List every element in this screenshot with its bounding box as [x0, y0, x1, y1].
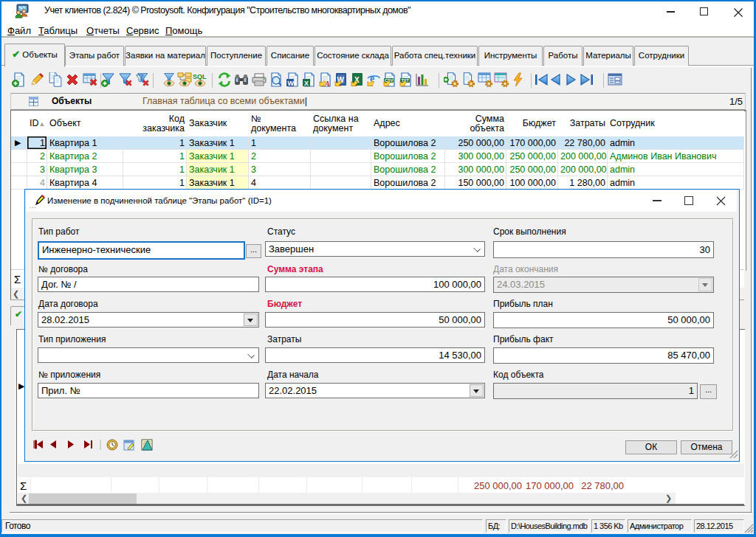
- svg-text:W: W: [288, 80, 295, 87]
- svg-text:SQL: SQL: [193, 73, 207, 80]
- svg-text:X: X: [304, 80, 309, 87]
